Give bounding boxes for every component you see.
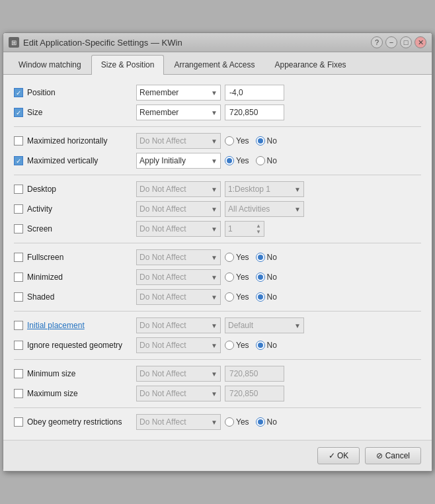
position-input[interactable]	[225, 85, 284, 101]
maximum-size-input[interactable]	[225, 386, 284, 401]
cancel-button[interactable]: ⊘ Cancel	[365, 447, 421, 464]
activity-controls: Do Not Affect ▼ All Activities ▼	[136, 201, 421, 217]
divider-1	[14, 126, 421, 127]
initial-placement-dropdown[interactable]: Do Not Affect ▼	[136, 317, 221, 333]
obey-geometry-no-label[interactable]: No	[256, 417, 277, 427]
screen-checkbox[interactable]	[14, 224, 23, 233]
minimized-controls: Do Not Affect ▼ Yes No	[136, 269, 421, 285]
shaded-checkbox[interactable]	[14, 292, 23, 302]
maximized-v-yes-label[interactable]: Yes	[225, 156, 249, 165]
obey-geometry-no-radio[interactable]	[256, 417, 265, 427]
ignore-geometry-no-label[interactable]: No	[256, 341, 277, 350]
obey-geometry-yes-label[interactable]: Yes	[225, 417, 249, 427]
size-input[interactable]	[225, 105, 284, 120]
size-dropdown[interactable]: Remember ▼	[136, 105, 221, 120]
initial-placement-label-col: Initial placement	[14, 321, 136, 330]
desktop-dropdown[interactable]: Do Not Affect ▼	[136, 181, 221, 197]
main-window: ⊞ Edit Application-Specific Settings — K…	[3, 32, 432, 472]
shaded-yes-radio[interactable]	[225, 292, 234, 302]
maximized-h-yes-label[interactable]: Yes	[225, 136, 249, 146]
close-button[interactable]: ✕	[415, 36, 426, 48]
tab-size-position[interactable]: Size & Position	[91, 55, 165, 75]
divider-3	[14, 243, 421, 243]
obey-geometry-label-col: Obey geometry restrictions	[14, 417, 136, 427]
maximize-button[interactable]: □	[400, 36, 412, 48]
minimized-yes-radio[interactable]	[225, 273, 234, 282]
minimum-size-checkbox[interactable]	[14, 369, 23, 378]
ok-button[interactable]: ✓ OK	[317, 447, 360, 464]
maximum-size-checkbox[interactable]	[14, 389, 23, 398]
maximized-v-no-radio[interactable]	[256, 156, 265, 165]
position-dropdown[interactable]: Remember ▼	[136, 85, 221, 101]
obey-geometry-yes-radio[interactable]	[225, 417, 234, 427]
screen-dropdown[interactable]: Do Not Affect ▼	[136, 221, 221, 237]
size-controls: Remember ▼	[136, 105, 421, 120]
maximum-size-controls: Do Not Affect ▼	[136, 386, 421, 401]
obey-geometry-controls: Do Not Affect ▼ Yes No	[136, 414, 421, 430]
ignore-geometry-yes-radio[interactable]	[225, 341, 234, 350]
maximum-size-dropdown[interactable]: Do Not Affect ▼	[136, 386, 221, 401]
minimized-checkbox[interactable]	[14, 273, 23, 282]
maximized-v-no-label[interactable]: No	[256, 156, 277, 165]
ignore-geometry-dropdown[interactable]: Do Not Affect ▼	[136, 337, 221, 353]
desktop-checkbox[interactable]	[14, 185, 23, 194]
row-maximized-v: Maximized vertically Apply Initially ▼ Y…	[14, 151, 421, 171]
fullscreen-dropdown[interactable]: Do Not Affect ▼	[136, 249, 221, 265]
obey-geometry-checkbox[interactable]	[14, 417, 23, 427]
desktop-dropdown2[interactable]: 1:Desktop 1 ▼	[225, 181, 304, 197]
size-label-col: Size	[14, 108, 136, 117]
position-checkbox[interactable]	[14, 88, 23, 97]
shaded-no-label[interactable]: No	[256, 292, 277, 302]
initial-placement-dropdown2-arrow: ▼	[294, 322, 301, 329]
maximized-h-dropdown[interactable]: Do Not Affect ▼	[136, 133, 221, 149]
shaded-no-radio[interactable]	[256, 292, 265, 302]
fullscreen-no-label[interactable]: No	[256, 253, 277, 262]
maximized-v-dropdown[interactable]: Apply Initially ▼	[136, 153, 221, 169]
minimized-yes-label[interactable]: Yes	[225, 273, 249, 282]
maximized-h-no-label[interactable]: No	[256, 136, 277, 146]
row-desktop: Desktop Do Not Affect ▼ 1:Desktop 1 ▼	[14, 179, 421, 199]
maximized-v-checkbox[interactable]	[14, 156, 23, 165]
minimized-dropdown[interactable]: Do Not Affect ▼	[136, 269, 221, 285]
size-checkbox[interactable]	[14, 108, 23, 117]
maximized-v-yes-radio[interactable]	[225, 156, 234, 165]
fullscreen-no-radio[interactable]	[256, 253, 265, 262]
tab-window-matching[interactable]: Window matching	[9, 55, 91, 74]
fullscreen-checkbox[interactable]	[14, 253, 23, 262]
activity-dropdown2[interactable]: All Activities ▼	[225, 201, 304, 217]
fullscreen-controls: Do Not Affect ▼ Yes No	[136, 249, 421, 265]
fullscreen-yes-label[interactable]: Yes	[225, 253, 249, 262]
minimized-no-label[interactable]: No	[256, 273, 277, 282]
ignore-geometry-checkbox[interactable]	[14, 341, 23, 350]
maximized-h-yes-radio[interactable]	[225, 136, 234, 146]
initial-placement-label[interactable]: Initial placement	[27, 321, 85, 330]
shaded-radio-group: Yes No	[225, 292, 277, 302]
screen-label: Screen	[27, 224, 52, 233]
ignore-geometry-yes-label[interactable]: Yes	[225, 341, 249, 350]
row-minimum-size: Minimum size Do Not Affect ▼	[14, 364, 421, 384]
obey-geometry-label: Obey geometry restrictions	[27, 417, 122, 427]
tab-appearance-fixes[interactable]: Appearance & Fixes	[265, 55, 356, 74]
fullscreen-yes-radio[interactable]	[225, 253, 234, 262]
shaded-yes-label[interactable]: Yes	[225, 292, 249, 302]
maximized-v-controls: Apply Initially ▼ Yes No	[136, 153, 421, 169]
minimum-size-dropdown[interactable]: Do Not Affect ▼	[136, 366, 221, 382]
desktop-label: Desktop	[27, 185, 56, 194]
activity-dropdown[interactable]: Do Not Affect ▼	[136, 201, 221, 217]
initial-placement-checkbox[interactable]	[14, 321, 23, 330]
row-obey-geometry: Obey geometry restrictions Do Not Affect…	[14, 412, 421, 432]
minimize-button[interactable]: −	[385, 36, 397, 48]
maximized-h-no-radio[interactable]	[256, 136, 265, 146]
minimized-no-radio[interactable]	[256, 273, 265, 282]
ignore-geometry-no-radio[interactable]	[256, 341, 265, 350]
shaded-dropdown[interactable]: Do Not Affect ▼	[136, 289, 221, 305]
obey-geometry-dropdown[interactable]: Do Not Affect ▼	[136, 414, 221, 430]
initial-placement-controls: Do Not Affect ▼ Default ▼	[136, 317, 421, 333]
minimum-size-input[interactable]	[225, 366, 284, 382]
maximized-h-checkbox[interactable]	[14, 136, 23, 146]
initial-placement-dropdown2[interactable]: Default ▼	[225, 317, 304, 333]
help-button[interactable]: ?	[371, 36, 383, 48]
screen-spinbox[interactable]: 1 ▲▼	[225, 221, 264, 237]
activity-checkbox[interactable]	[14, 204, 23, 214]
tab-arrangement-access[interactable]: Arrangement & Access	[164, 55, 264, 74]
